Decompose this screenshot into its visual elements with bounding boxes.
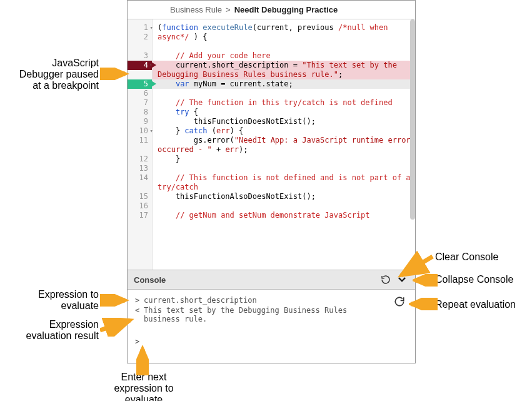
code-line[interactable] bbox=[153, 164, 415, 173]
console-output-prefix: < bbox=[135, 306, 144, 323]
debugger-panel: Business Rule > NeedIt Debugging Practic… bbox=[127, 0, 416, 363]
breakpoint-line-number: 4▾ bbox=[128, 61, 152, 70]
fold-icon[interactable]: ▾ bbox=[150, 126, 153, 136]
console-body[interactable]: > current.short_description < This text … bbox=[128, 290, 415, 353]
breakpoint-marker-icon bbox=[151, 61, 158, 70]
code-line[interactable]: gs.error("NeedIt App: a JavaScript runti… bbox=[153, 136, 415, 155]
annotation-expression: Expression to evaluate bbox=[11, 289, 99, 312]
code-body[interactable]: (function executeRule(current, previous … bbox=[153, 19, 415, 270]
code-line[interactable] bbox=[153, 89, 415, 98]
console-output-text: This text set by the Debugging Business … bbox=[144, 306, 373, 323]
console-header: Console bbox=[128, 270, 415, 290]
refresh-icon bbox=[380, 274, 391, 285]
step-line-number: 5 bbox=[128, 79, 152, 89]
annotation-next: Enter next expression to evaluate bbox=[100, 372, 188, 401]
replay-icon bbox=[393, 295, 406, 308]
console-input-prefix: > bbox=[135, 296, 144, 305]
line-number: 9 bbox=[128, 117, 152, 126]
console-output-row: < This text set by the Debugging Busines… bbox=[135, 306, 373, 323]
code-line[interactable]: } bbox=[153, 155, 415, 164]
console-prompt-row[interactable]: > bbox=[135, 337, 373, 346]
line-number: 14 bbox=[128, 173, 152, 183]
line-number: 6 bbox=[128, 89, 152, 98]
annotation-result: Expression evaluation result bbox=[11, 319, 99, 342]
console-input-text: current.short_description bbox=[144, 296, 373, 305]
editor-scrollbar[interactable] bbox=[410, 19, 415, 220]
line-number: 3 bbox=[128, 51, 152, 61]
code-line[interactable]: // getNum and setNum demonstrate JavaScr… bbox=[153, 211, 415, 220]
annotation-repeat: Repeat evaluation bbox=[435, 299, 516, 310]
console-title: Console bbox=[134, 275, 376, 285]
code-line-breakpoint[interactable]: current.short_description = "This text s… bbox=[153, 61, 415, 79]
line-number: 2 bbox=[128, 33, 152, 42]
line-number: 10▾ bbox=[128, 126, 152, 136]
console-prompt-prefix: > bbox=[135, 337, 144, 346]
code-line[interactable] bbox=[153, 42, 415, 51]
code-line[interactable] bbox=[153, 201, 415, 211]
annotation-breakpoint: JavaScript Debugger paused at a breakpoi… bbox=[11, 58, 99, 91]
arrow-icon bbox=[136, 345, 149, 375]
fold-icon[interactable]: ▾ bbox=[150, 23, 153, 33]
code-line[interactable]: // Add your code here bbox=[153, 51, 415, 61]
line-number: 15 bbox=[128, 192, 152, 201]
arrow-icon bbox=[100, 68, 130, 80]
code-editor[interactable]: 1▾ 2 3 4▾ 5 6 7 8 9 10▾ 11 12 13 14 15 1… bbox=[128, 19, 415, 270]
code-line[interactable]: try { bbox=[153, 108, 415, 117]
code-line-step[interactable]: var myNum = current.state; bbox=[153, 79, 415, 89]
breadcrumb-sep: > bbox=[226, 5, 231, 14]
line-number: 12 bbox=[128, 155, 152, 164]
svg-line-4 bbox=[401, 256, 433, 275]
code-line[interactable]: thisFunctionAlsoDoesNotExist(); bbox=[153, 192, 415, 201]
code-line[interactable]: (function executeRule(current, previous … bbox=[153, 23, 415, 42]
breadcrumb: Business Rule > NeedIt Debugging Practic… bbox=[128, 1, 415, 19]
line-number: 16 bbox=[128, 201, 152, 211]
console-prompt-input[interactable] bbox=[144, 337, 373, 346]
code-line[interactable]: } catch (err) { bbox=[153, 126, 415, 136]
code-line[interactable]: thisFunctionDoesNotExist(); bbox=[153, 117, 415, 126]
repeat-evaluation-button[interactable] bbox=[393, 295, 406, 308]
execution-marker-icon bbox=[151, 79, 158, 89]
console-input-row: > current.short_description bbox=[135, 296, 373, 305]
annotation-collapse: Collapse Console bbox=[435, 274, 513, 285]
arrow-icon bbox=[413, 274, 438, 287]
breadcrumb-name: NeedIt Debugging Practice bbox=[234, 5, 338, 14]
line-number: 1▾ bbox=[128, 23, 152, 33]
arrow-icon bbox=[100, 294, 130, 307]
breadcrumb-root: Business Rule bbox=[170, 5, 222, 14]
arrow-icon bbox=[409, 298, 438, 310]
annotation-clear: Clear Console bbox=[435, 251, 498, 263]
clear-console-button[interactable] bbox=[379, 273, 393, 287]
svg-line-2 bbox=[100, 320, 130, 330]
line-gutter[interactable]: 1▾ 2 3 4▾ 5 6 7 8 9 10▾ 11 12 13 14 15 1… bbox=[128, 19, 153, 270]
code-line[interactable]: // This function is not defined and is n… bbox=[153, 173, 415, 192]
arrow-icon bbox=[100, 318, 136, 337]
line-number: 7 bbox=[128, 98, 152, 108]
code-line[interactable]: // The function in this try/catch is not… bbox=[153, 98, 415, 108]
line-number: 17 bbox=[128, 211, 152, 220]
line-number: 13 bbox=[128, 164, 152, 173]
line-number: 8 bbox=[128, 108, 152, 117]
line-number: 11 bbox=[128, 136, 152, 145]
